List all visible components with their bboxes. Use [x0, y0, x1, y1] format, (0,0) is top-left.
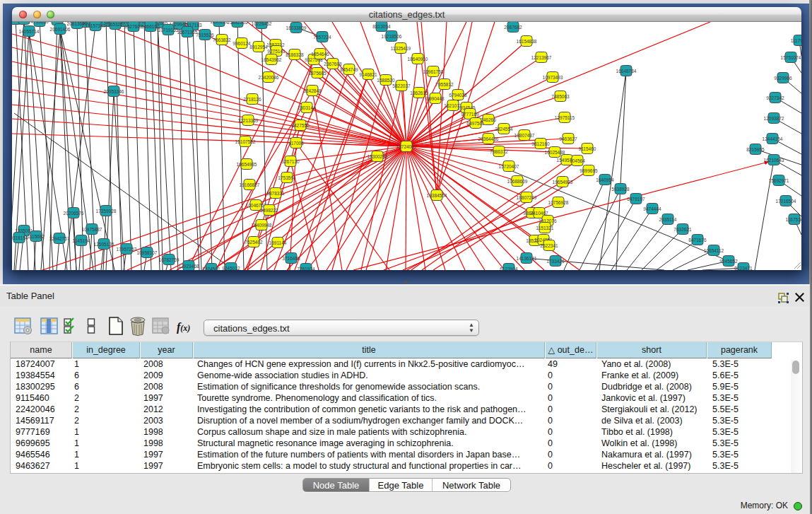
svg-text:18300295: 18300295: [367, 154, 388, 159]
svg-text:17359928: 17359928: [96, 209, 117, 214]
svg-text:7625402: 7625402: [245, 240, 263, 245]
svg-text:6794028: 6794028: [449, 93, 467, 98]
svg-text:9777169: 9777169: [461, 112, 479, 117]
svg-text:10228452: 10228452: [252, 22, 272, 26]
svg-text:2803144: 2803144: [298, 105, 316, 110]
svg-text:746266: 746266: [481, 117, 496, 122]
svg-text:10756928: 10756928: [548, 200, 569, 205]
svg-text:9245652: 9245652: [719, 259, 738, 264]
svg-text:19654923: 19654923: [553, 180, 573, 185]
svg-text:10653267: 10653267: [105, 22, 126, 27]
svg-text:14055714: 14055714: [19, 29, 40, 34]
svg-text:14136141: 14136141: [517, 256, 537, 261]
svg-text:16543962: 16543962: [261, 57, 282, 62]
svg-text:20053346: 20053346: [104, 89, 124, 94]
svg-text:20691406: 20691406: [50, 27, 71, 32]
svg-text:10973493: 10973493: [543, 75, 563, 80]
svg-text:10719155: 10719155: [158, 28, 179, 33]
svg-text:17016504: 17016504: [776, 199, 796, 204]
svg-text:3267130: 3267130: [281, 159, 300, 164]
svg-text:3716485: 3716485: [282, 256, 300, 261]
svg-text:9146821: 9146821: [359, 72, 377, 77]
svg-text:10025488: 10025488: [545, 150, 565, 155]
svg-text:17957253: 17957253: [117, 247, 137, 252]
svg-text:20206576: 20206576: [64, 211, 84, 216]
svg-text:7281934: 7281934: [297, 267, 315, 271]
svg-text:2367608: 2367608: [324, 62, 342, 66]
svg-text:8813054: 8813054: [372, 24, 391, 29]
svg-text:1588520: 1588520: [377, 78, 395, 83]
svg-text:8912954: 8912954: [249, 45, 268, 49]
svg-text:3242848: 3242848: [303, 88, 322, 93]
svg-text:15409948: 15409948: [252, 223, 272, 228]
svg-text:2718126: 2718126: [243, 97, 261, 102]
svg-text:15720407: 15720407: [499, 164, 519, 169]
svg-text:904564: 904564: [570, 158, 585, 163]
svg-text:20813640: 20813640: [67, 22, 88, 26]
svg-text:9463627: 9463627: [559, 136, 577, 141]
svg-text:19218506: 19218506: [382, 34, 402, 39]
svg-text:10046758: 10046758: [246, 203, 266, 208]
svg-text:5498222: 5498222: [260, 208, 278, 213]
svg-text:8427552: 8427552: [291, 123, 310, 128]
svg-text:18807249: 18807249: [517, 195, 537, 200]
svg-text:8123471: 8123471: [734, 266, 753, 271]
svg-text:20364436: 20364436: [478, 136, 499, 141]
svg-text:12213369: 12213369: [238, 118, 259, 123]
svg-text:16648784: 16648784: [616, 69, 637, 74]
svg-text:10807487: 10807487: [514, 133, 535, 138]
svg-text:6466160: 6466160: [141, 24, 160, 29]
svg-text:19654985: 19654985: [237, 162, 257, 167]
svg-text:1854646: 1854646: [311, 52, 329, 57]
svg-text:2522341: 2522341: [540, 243, 558, 248]
svg-text:19166827: 19166827: [240, 182, 260, 187]
svg-text:8990448: 8990448: [426, 96, 445, 101]
svg-text:8186328: 8186328: [286, 52, 304, 57]
svg-text:1640954: 1640954: [596, 177, 614, 182]
svg-text:12093872: 12093872: [764, 116, 784, 121]
svg-text:7632621: 7632621: [673, 227, 692, 232]
svg-text:12444154: 12444154: [763, 136, 783, 141]
svg-text:7485063: 7485063: [551, 94, 570, 99]
svg-text:6479197: 6479197: [627, 197, 645, 201]
svg-text:9318154: 9318154: [12, 235, 28, 240]
svg-text:12505135: 12505135: [94, 242, 114, 247]
svg-text:8215955: 8215955: [746, 147, 765, 152]
svg-text:16210643: 16210643: [764, 158, 784, 163]
svg-text:12942757: 12942757: [49, 236, 70, 241]
svg-text:25882305: 25882305: [228, 22, 248, 25]
svg-text:10688609: 10688609: [507, 179, 528, 184]
svg-text:4735650: 4735650: [30, 22, 49, 24]
svg-text:1753594: 1753594: [278, 175, 296, 180]
svg-text:12923468: 12923468: [179, 264, 199, 269]
svg-text:18724007: 18724007: [396, 144, 417, 149]
svg-text:10958107: 10958107: [137, 250, 158, 255]
svg-text:7955812: 7955812: [435, 82, 454, 87]
svg-text:1691144: 1691144: [269, 240, 287, 245]
svg-text:16671355: 16671355: [177, 30, 198, 35]
svg-text:16154838: 16154838: [517, 39, 537, 44]
svg-text:23420046: 23420046: [259, 75, 279, 80]
svg-text:1151321: 1151321: [536, 226, 554, 230]
svg-text:6123904: 6123904: [500, 267, 518, 271]
svg-text:2935114: 2935114: [659, 217, 677, 222]
svg-text:9899695: 9899695: [579, 168, 598, 173]
svg-text:10975887: 10975887: [82, 227, 102, 232]
svg-text:9115460: 9115460: [579, 146, 596, 151]
svg-text:12213967: 12213967: [531, 55, 552, 60]
svg-text:1527602: 1527602: [124, 24, 143, 29]
svg-text:7515526: 7515526: [196, 33, 214, 37]
svg-text:9812160: 9812160: [531, 141, 550, 146]
svg-text:11325419: 11325419: [391, 46, 411, 51]
svg-text:15157347: 15157347: [86, 23, 106, 28]
svg-text:9474444: 9474444: [643, 206, 661, 211]
svg-text:16033809: 16033809: [286, 25, 307, 30]
svg-text:16782759: 16782759: [159, 257, 180, 262]
svg-text:19384554: 19384554: [427, 193, 447, 198]
svg-text:18640910: 18640910: [408, 57, 428, 62]
svg-text:15751074: 15751074: [781, 55, 801, 60]
svg-text:417006: 417006: [288, 141, 304, 146]
svg-text:1733426: 1733426: [546, 259, 565, 264]
svg-text:8471676: 8471676: [688, 238, 707, 243]
svg-text:8878331: 8878331: [266, 191, 285, 196]
